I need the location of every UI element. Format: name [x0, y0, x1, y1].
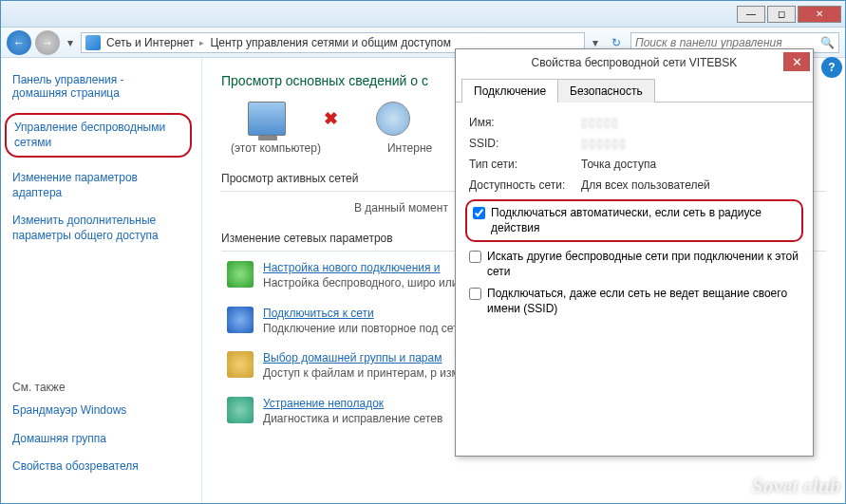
tab-connection[interactable]: Подключение	[461, 79, 558, 103]
new-connection-icon	[227, 261, 254, 288]
checkbox-input[interactable]	[469, 288, 481, 300]
location-icon	[85, 35, 101, 50]
task-link[interactable]: Устранение неполадок	[263, 397, 442, 410]
breadcrumb-seg[interactable]: Центр управления сетями и общим доступом	[210, 36, 451, 49]
prop-name-value: ▯▯▯▯▯	[581, 116, 619, 129]
disconnected-icon: ✖	[324, 108, 338, 129]
prop-name-label: Имя:	[469, 116, 581, 129]
homegroup-icon	[227, 351, 254, 378]
sidebar-item-adapter[interactable]: Изменение параметров адаптера	[12, 171, 190, 200]
dialog-tabs: Подключение Безопасность	[456, 78, 813, 103]
checkbox-search-other[interactable]: Искать другие беспроводные сети при подк…	[469, 250, 799, 279]
globe-icon	[376, 102, 410, 136]
chevron-right-icon: ▸	[199, 38, 204, 47]
sidebar-item-homegroup[interactable]: Домашняя группа	[12, 432, 191, 447]
forward-button[interactable]: →	[35, 30, 60, 55]
prop-type-value: Точка доступа	[581, 158, 656, 171]
checkbox-label: Подключаться автоматически, если сеть в …	[491, 206, 796, 235]
checkbox-label: Искать другие беспроводные сети при подк…	[487, 250, 799, 279]
dialog-title: Свойства беспроводной сети VITEBSK	[532, 56, 738, 69]
sidebar-item-wireless[interactable]: Управление беспроводными сетями	[5, 113, 192, 158]
sidebar-item-sharing[interactable]: Изменить дополнительные параметры общего…	[12, 214, 190, 243]
prop-ssid-value: ▯▯▯▯▯▯	[581, 137, 627, 150]
dialog-body: Имя: ▯▯▯▯▯ SSID: ▯▯▯▯▯▯ Тип сети: Точка …	[456, 103, 813, 338]
internet-label: Интерне	[387, 141, 432, 155]
prop-ssid-label: SSID:	[469, 137, 581, 150]
tab-security[interactable]: Безопасность	[557, 79, 655, 103]
close-button[interactable]: ✕	[798, 6, 841, 23]
prop-type-label: Тип сети:	[469, 158, 581, 171]
wireless-properties-dialog: Свойства беспроводной сети VITEBSK ✕ Под…	[455, 48, 814, 457]
prop-avail-label: Доступность сети:	[469, 178, 581, 192]
prop-avail-value: Для всех пользователей	[581, 178, 710, 192]
checkbox-label: Подключаться, даже если сеть не ведет ве…	[487, 287, 799, 316]
dialog-titlebar: Свойства беспроводной сети VITEBSK ✕	[456, 49, 813, 76]
sidebar-item-firewall[interactable]: Брандмауэр Windows	[12, 403, 191, 419]
task-desc: Диагностика и исправление сетев	[263, 412, 442, 427]
history-dropdown[interactable]: ▾	[64, 33, 77, 52]
titlebar: — ◻ ✕	[1, 1, 845, 28]
troubleshoot-icon	[227, 397, 254, 423]
breadcrumb-seg[interactable]: Сеть и Интернет	[106, 36, 194, 49]
sidebar-see-also: См. также Брандмауэр Windows Домашняя гр…	[12, 381, 191, 488]
help-button[interactable]: ?	[821, 57, 842, 78]
back-button[interactable]: ←	[7, 30, 31, 55]
search-icon: 🔍	[820, 36, 835, 49]
control-panel-home-link[interactable]: Панель управления - домашняя страница	[12, 73, 190, 100]
connect-icon	[227, 307, 254, 333]
checkbox-hidden-ssid[interactable]: Подключаться, даже если сеть не ведет ве…	[469, 287, 799, 316]
dialog-close-button[interactable]: ✕	[783, 52, 810, 71]
see-also-header: См. также	[12, 381, 191, 394]
checkbox-input[interactable]	[469, 251, 481, 263]
minimize-button[interactable]: —	[737, 6, 765, 23]
checkbox-input[interactable]	[473, 207, 485, 219]
this-computer-label: (этот компьютер)	[231, 141, 321, 155]
computer-icon	[248, 102, 286, 136]
checkbox-auto-connect[interactable]: Подключаться автоматически, если сеть в …	[465, 199, 803, 242]
sidebar-item-ie[interactable]: Свойства обозревателя	[12, 459, 191, 475]
sidebar: Панель управления - домашняя страница Уп…	[1, 58, 202, 503]
search-input[interactable]	[635, 36, 817, 49]
maximize-button[interactable]: ◻	[767, 6, 796, 23]
